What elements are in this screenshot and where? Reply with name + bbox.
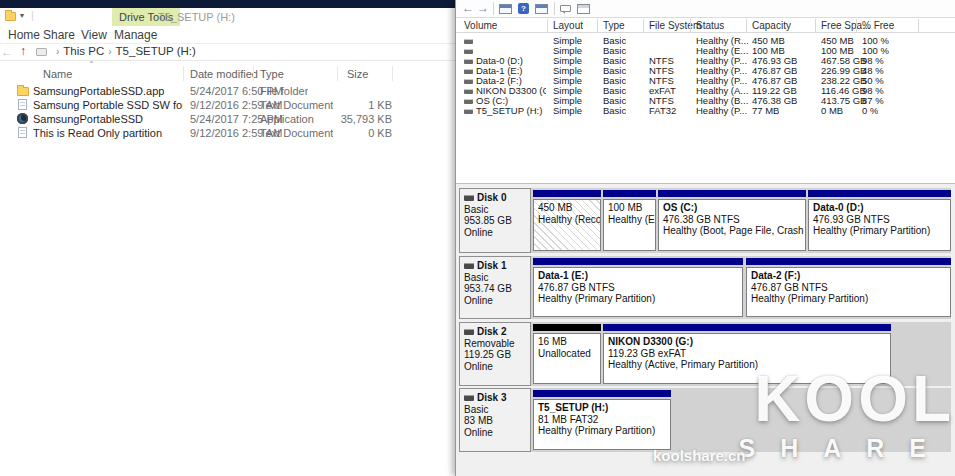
volume-row[interactable]: Data-1 (E:) Simple Basic NTFS Healthy (P… xyxy=(456,66,955,76)
disk-icon xyxy=(464,263,474,269)
column-header-date[interactable]: Date modified xyxy=(190,68,258,80)
volume-icon xyxy=(464,99,473,104)
disk-icon xyxy=(464,195,474,201)
console-tree-icon[interactable] xyxy=(499,4,512,14)
back-icon[interactable]: ← xyxy=(462,1,474,15)
column-header-size[interactable]: Size xyxy=(347,68,368,80)
partition-t5-setup-h[interactable]: T5_SETUP (H:) 81 MB FAT32 Healthy (Prima… xyxy=(533,390,671,450)
disk-3-label[interactable]: Disk 3 Basic 83 MB Online xyxy=(459,388,531,452)
col-volume[interactable]: Volume xyxy=(464,18,497,33)
file-list-header: ⌃ Name Date modified Type Size xyxy=(0,62,455,82)
breadcrumb-this-pc[interactable]: This PC xyxy=(63,45,104,57)
explorer-top-strip xyxy=(0,0,455,8)
view-list-icon[interactable] xyxy=(577,4,590,14)
address-bar: ← ↑ ›This PC›T5_SETUP (H:) xyxy=(0,44,455,61)
volume-row[interactable]: Simple Basic Healthy (R... 450 MB 450 MB… xyxy=(456,36,955,46)
partition-data1-e[interactable]: Data-1 (E:) 476.87 GB NTFS Healthy (Prim… xyxy=(533,258,743,317)
sort-ascending-icon: ⌃ xyxy=(88,60,95,69)
disk-0-label[interactable]: Disk 0 Basic 953.85 GB Online xyxy=(459,188,531,253)
help-icon[interactable]: ? xyxy=(518,3,529,14)
application-icon xyxy=(17,113,29,124)
watermark-url: koolshare.cn xyxy=(653,447,746,464)
up-icon[interactable]: ↑ xyxy=(20,44,26,58)
file-row[interactable]: This is Read Only partition 9/12/2016 2:… xyxy=(0,126,455,140)
volume-icon xyxy=(464,59,473,64)
breadcrumb-drive[interactable]: T5_SETUP (H:) xyxy=(116,45,196,57)
tab-home[interactable]: Home xyxy=(8,27,40,43)
ribbon-tabs: Home Share View Manage xyxy=(0,26,455,44)
explorer-titlebar: ▾ | Drive Tools T5_SETUP (H:) xyxy=(0,8,455,26)
col-file-system[interactable]: File System xyxy=(649,18,701,33)
volume-icon xyxy=(464,49,473,54)
disk-1-strip: Data-1 (E:) 476.87 GB NTFS Healthy (Prim… xyxy=(531,256,951,319)
partition-unallocated[interactable]: 16 MB Unallocated xyxy=(533,324,601,384)
col-layout[interactable]: Layout xyxy=(553,18,583,33)
col-capacity[interactable]: Capacity xyxy=(752,18,791,33)
disk-2-label[interactable]: Disk 2 Removable 119.25 GB Online xyxy=(459,322,531,386)
breadcrumb: ›This PC›T5_SETUP (H:) xyxy=(52,45,196,57)
watermark-logo-sub: SHARE xyxy=(738,434,951,463)
file-explorer-window: ▾ | Drive Tools T5_SETUP (H:) Home Share… xyxy=(0,0,455,476)
col-pct-free[interactable]: % Free xyxy=(862,18,894,33)
quick-access-folder-icon[interactable] xyxy=(5,12,16,21)
tab-manage[interactable]: Manage xyxy=(114,27,157,43)
action-icon[interactable] xyxy=(560,5,571,12)
volume-icon xyxy=(464,79,473,84)
volume-row[interactable]: Simple Basic Healthy (E... 100 MB 100 MB… xyxy=(456,46,955,56)
disk-management-toolbar: ← → ? xyxy=(456,0,955,18)
disk-0-strip: 450 MB Healthy (Recover 100 MB Healthy (… xyxy=(531,188,951,253)
volume-row[interactable]: NIKON D3300 (G:) Simple Basic exFAT Heal… xyxy=(456,86,955,96)
drive-icon xyxy=(36,48,47,56)
volume-row[interactable]: Data-2 (F:) Simple Basic NTFS Healthy (P… xyxy=(456,76,955,86)
partition-recovery[interactable]: 450 MB Healthy (Recover xyxy=(533,190,601,251)
col-type[interactable]: Type xyxy=(603,18,625,33)
column-header-name[interactable]: Name xyxy=(43,68,72,80)
explorer-window-title: T5_SETUP (H:) xyxy=(158,8,235,26)
disk-management-window: ← → ? Volume Layout Type File System Sta… xyxy=(455,0,955,476)
titlebar-separator: | xyxy=(31,9,34,21)
show-hide-pane-icon[interactable] xyxy=(535,4,548,14)
volume-list-header: Volume Layout Type File System Status Ca… xyxy=(456,18,955,33)
folder-icon xyxy=(17,85,29,96)
disk-1-row: Disk 1 Basic 953.74 GB Online Data-1 (E:… xyxy=(459,256,951,319)
file-row[interactable]: SamsungPortableSSD 5/24/2017 7:25 PM App… xyxy=(0,112,455,126)
partition-os-c[interactable]: OS (C:) 476.38 GB NTFS Healthy (Boot, Pa… xyxy=(658,190,806,251)
col-status[interactable]: Status xyxy=(696,18,724,33)
partition-data2-f[interactable]: Data-2 (F:) 476.87 GB NTFS Healthy (Prim… xyxy=(746,258,951,317)
text-file-icon xyxy=(17,99,29,110)
partition-data0-d[interactable]: Data-0 (D:) 476.93 GB NTFS Healthy (Prim… xyxy=(808,190,951,251)
tab-view[interactable]: View xyxy=(81,27,107,43)
volume-row[interactable]: OS (C:) Simple Basic NTFS Healthy (B... … xyxy=(456,96,955,106)
disk-1-label[interactable]: Disk 1 Basic 953.74 GB Online xyxy=(459,256,531,319)
volume-icon xyxy=(464,69,473,74)
watermark-logo: KOOL xyxy=(754,362,955,436)
disk-icon xyxy=(464,329,474,335)
tab-share[interactable]: Share xyxy=(43,27,75,43)
volume-row[interactable]: Data-0 (D:) Simple Basic NTFS Healthy (P… xyxy=(456,56,955,66)
disk-icon xyxy=(464,395,474,401)
disk-0-row: Disk 0 Basic 953.85 GB Online 450 MB Hea… xyxy=(459,188,951,253)
chevron-right-icon: › xyxy=(52,46,63,57)
volume-icon xyxy=(464,109,473,114)
partition-efi[interactable]: 100 MB Healthy (EFI xyxy=(603,190,656,251)
volume-icon xyxy=(464,39,473,44)
text-file-icon xyxy=(17,127,29,138)
file-row[interactable]: Samsung Portable SSD SW for Android 9/12… xyxy=(0,98,455,112)
back-icon[interactable]: ← xyxy=(1,45,13,59)
chevron-right-icon: › xyxy=(104,46,115,57)
volume-list: Volume Layout Type File System Status Ca… xyxy=(456,18,955,183)
forward-icon[interactable]: → xyxy=(477,1,489,15)
volume-icon xyxy=(464,89,473,94)
quick-access-dropdown-icon[interactable]: ▾ xyxy=(20,11,24,20)
volume-row[interactable]: T5_SETUP (H:) Simple Basic FAT32 Healthy… xyxy=(456,106,955,116)
file-row[interactable]: SamsungPortableSSD.app 5/24/2017 6:50 PM… xyxy=(0,84,455,98)
column-header-type[interactable]: Type xyxy=(260,68,284,80)
